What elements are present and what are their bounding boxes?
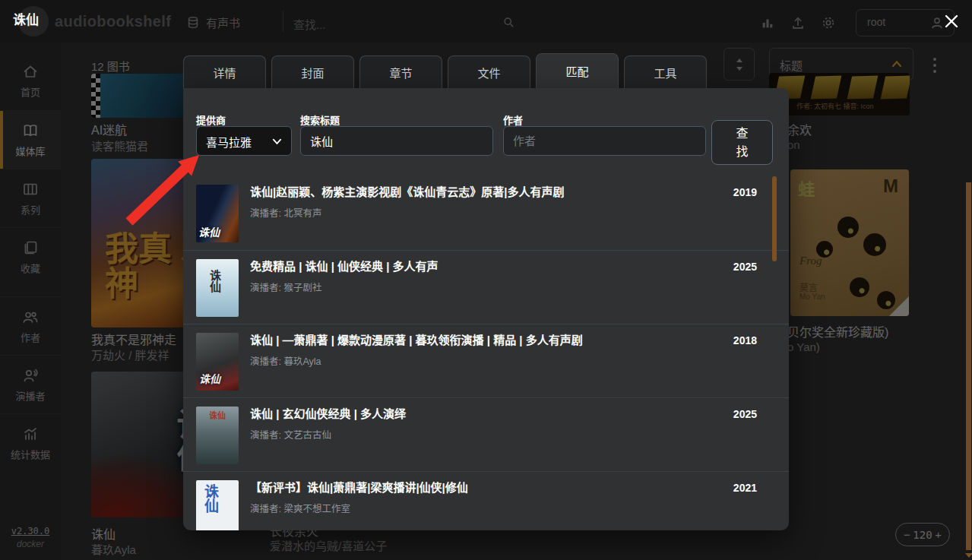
edit-book-modal: 诛仙 详情 封面 章节 文件 匹配 工具 提供商 搜: [0, 0, 972, 560]
result-cover: 诛仙: [196, 333, 239, 391]
result-title: 诛仙 | 玄幻仙侠经典 | 多人演绎: [250, 407, 733, 422]
search-submit-button[interactable]: 查 找: [711, 120, 773, 165]
result-title: 诛仙 | —萧鼎著 | 爆款动漫原著 | 暮玖领衔演播 | 精品 | 多人有声剧: [250, 333, 733, 348]
search-title-input[interactable]: [300, 126, 493, 156]
modal-title: 诛仙: [13, 9, 39, 28]
match-tab-panel: 提供商 搜索标题 作者 喜马拉雅 查 找 诛仙: [183, 88, 789, 530]
modal-tab[interactable]: 封面: [271, 55, 354, 88]
author-input[interactable]: [503, 126, 706, 156]
result-year: 2025: [733, 259, 757, 324]
modal-tabs: 详情 封面 章节 文件 匹配 工具: [183, 55, 707, 88]
match-results-list: 诛仙 诛仙|赵丽颖、杨紫主演影视剧《诛仙青云志》原著|多人有声剧 演播者: 北冥…: [183, 176, 789, 530]
match-result-row[interactable]: 诛仙 【新评书】诛仙|萧鼎著|梁爽播讲|仙侠|修仙 演播者: 梁爽不想工作室 2…: [183, 471, 789, 530]
result-title: 诛仙|赵丽颖、杨紫主演影视剧《诛仙青云志》原著|多人有声剧: [250, 185, 733, 200]
provider-select-value: 喜马拉雅: [206, 134, 252, 150]
match-result-row[interactable]: 诛仙 免费精品 | 诛仙 | 仙侠经典 | 多人有声 演播者: 猴子剧社 202…: [183, 250, 789, 324]
modal-tab[interactable]: 章节: [359, 55, 442, 88]
result-year: 2025: [733, 407, 757, 471]
modal-tab[interactable]: 匹配: [536, 53, 619, 88]
modal-tab[interactable]: 详情: [183, 55, 266, 88]
result-year: 2021: [733, 480, 757, 530]
results-scrollbar-thumb[interactable]: [772, 176, 777, 261]
close-icon: [943, 13, 960, 30]
chevron-down-icon: [271, 136, 283, 147]
result-narrator: 演播者: 文艺古古仙: [250, 427, 733, 441]
search-title-label: 搜索标题: [300, 112, 340, 127]
result-narrator: 演播者: 梁爽不想工作室: [250, 501, 733, 515]
result-title: 免费精品 | 诛仙 | 仙侠经典 | 多人有声: [250, 259, 733, 274]
result-cover: 诛仙: [196, 407, 239, 464]
result-title: 【新评书】诛仙|萧鼎著|梁爽播讲|仙侠|修仙: [250, 480, 733, 495]
provider-select[interactable]: 喜马拉雅: [196, 126, 292, 156]
result-narrator: 演播者: 北冥有声: [250, 205, 733, 220]
match-result-row[interactable]: 诛仙 诛仙 | 玄幻仙侠经典 | 多人演绎 演播者: 文艺古古仙 2025: [183, 397, 789, 471]
match-result-row[interactable]: 诛仙 诛仙 | —萧鼎著 | 爆款动漫原著 | 暮玖领衔演播 | 精品 | 多人…: [183, 324, 789, 397]
result-cover: 诛仙: [196, 259, 239, 317]
close-button[interactable]: [941, 11, 962, 32]
result-narrator: 演播者: 猴子剧社: [250, 280, 733, 294]
result-year: 2018: [733, 333, 757, 397]
result-cover: 诛仙: [196, 480, 239, 530]
modal-tab[interactable]: 工具: [624, 55, 707, 88]
app-window: audiobookshelf 有声书 查找... root: [0, 0, 972, 560]
provider-label: 提供商: [196, 112, 226, 127]
match-result-row[interactable]: 诛仙 诛仙|赵丽颖、杨紫主演影视剧《诛仙青云志》原著|多人有声剧 演播者: 北冥…: [183, 176, 789, 250]
modal-tab[interactable]: 文件: [448, 55, 530, 88]
author-label: 作者: [503, 112, 523, 127]
result-year: 2019: [733, 185, 757, 250]
result-cover: 诛仙: [196, 185, 239, 242]
result-narrator: 演播者: 暮玖Ayla: [250, 353, 733, 368]
